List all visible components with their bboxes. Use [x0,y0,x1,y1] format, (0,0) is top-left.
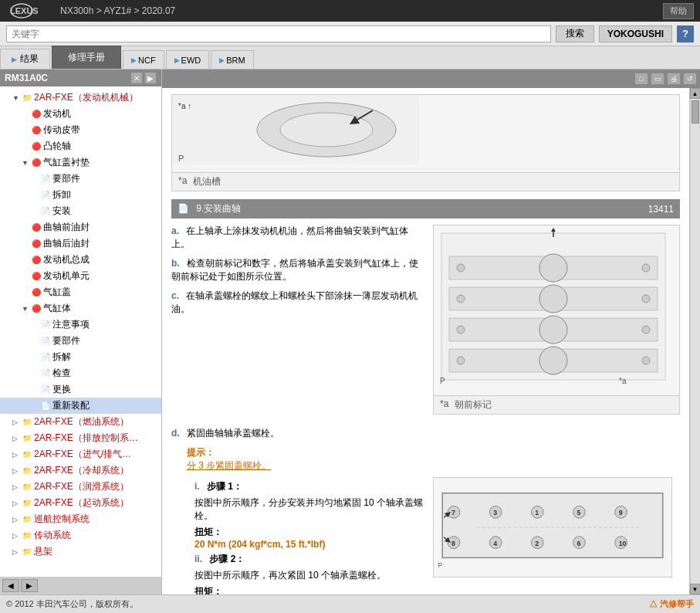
tree-item-engine-assembly[interactable]: 🔴 发动机总成 [0,252,161,268]
tree-item-2arfxe-engine[interactable]: ▼ 📁 2AR-FXE（发动机机械） [0,90,161,106]
scroll-thumb[interactable] [692,100,699,124]
step-ab-section: a. 在上轴承上涂抹发动机机油，然后将曲轴安装到气缸体上。 b. 检查朝前标记和… [171,225,680,421]
search-button[interactable]: 搜索 [556,25,594,42]
tree-item-replacement[interactable]: 📄 更换 [0,381,161,398]
scroll-up-arrow[interactable]: ▲ [690,88,701,99]
tree-item-lubrication[interactable]: ▷ 📁 2AR-FXE（润滑系统） [0,479,161,495]
right-panel: □ ▭ 🖨 ↺ P [162,69,700,594]
tab-bar: ▶ 结果 修理手册 ▶ NCF ▶ EWD ▶ BRM [0,46,700,69]
svg-text:1: 1 [535,509,539,516]
tree-item-label: 发动机总成 [43,253,90,266]
tree-item-reassembly[interactable]: 📄 重新装配 [0,398,161,414]
doc-icon: 📄 [41,191,50,199]
step-a: a. 在上轴承上涂抹发动机机油，然后将曲轴安装到气缸体上。 [171,225,425,251]
tab-brm[interactable]: ▶ BRM [211,50,253,69]
tab-ncf[interactable]: ▶ NCF [123,50,164,69]
substep-i-section: i. 步骤 1： 按图中所示顺序，分步安装并均匀地紧固 10 个轴承盖螺栓。 扭… [171,477,680,594]
folder-icon: 📁 [22,434,32,442]
panel-expand-button[interactable]: ▶ [144,72,157,84]
panel-close-button[interactable]: ✕ [130,72,143,84]
tree-item-belt[interactable]: 🔴 传动皮带 [0,122,161,138]
tree-item-notes[interactable]: 📄 注意事项 [0,317,161,333]
results-label: 结果 [20,52,39,66]
substep-ii-text: 按图中所示顺序，再次紧固 10 个轴承盖螺栓。 [194,569,425,582]
oil-groove-diagram: P *a ↑ [172,95,419,172]
tree-item-removal[interactable]: 📄 拆卸 [0,187,161,203]
tree-toggle: ▼ [22,159,29,167]
tree-item-installation[interactable]: 📄 安装 [0,203,161,219]
folder-icon: 📁 [22,547,32,556]
tab-ewd[interactable]: ▶ EWD [166,50,210,69]
tree-item-starter[interactable]: ▷ 📁 2AR-FXE（起动系统） [0,495,161,511]
nav-left-button[interactable]: ◀ [2,579,19,592]
tree-item-intake-exhaust[interactable]: ▷ 📁 2AR-FXE（进气/排气… [0,446,161,462]
left-panel: RM31A0C ✕ ▶ ▼ 📁 2AR-FXE（发动机机械） 🔴 发动机 🔴 [0,69,162,594]
folder-icon: 🔴 [32,126,41,134]
folder-icon: 🔴 [32,239,41,248]
tree-item-disassembly[interactable]: 📄 拆解 [0,349,161,365]
tree-item-components[interactable]: 📄 要部件 [0,171,161,187]
content-btn-2[interactable]: ▭ [651,73,664,85]
tab-results[interactable]: ▶ 结果 [0,49,50,69]
svg-text:P: P [178,154,184,163]
svg-text:*a: *a [619,377,627,385]
tree-item-label: 2AR-FXE（冷却系统） [34,464,129,477]
svg-point-17 [457,326,465,334]
substep-ii-label: ii. [194,554,202,564]
tree-item-label: 气缸体 [43,302,71,315]
oil-groove-image: P *a ↑ [171,94,680,191]
yokogushi-button[interactable]: YOKOGUSHI [599,25,672,42]
tree-item-label: 凸轮轴 [43,140,71,153]
tree-item-emission-control[interactable]: ▷ 📁 2AR-FXE（排放控制系… [0,430,161,446]
tree-item-head-gasket[interactable]: ▼ 🔴 气缸盖衬垫 [0,154,161,171]
content-refresh-btn[interactable]: ↺ [683,73,697,85]
image-label-a: *a [178,175,187,188]
tree-item-fuel-system[interactable]: ▷ 📁 2AR-FXE（燃油系统） [0,414,161,430]
tree-item-suspension[interactable]: ▷ 📁 悬架 [0,544,161,560]
tree-item-cylinder-block[interactable]: ▼ 🔴 气缸体 [0,300,161,317]
tree-item-cooling[interactable]: ▷ 📁 2AR-FXE（冷却系统） [0,462,161,479]
step-b: b. 检查朝前标记和数字，然后将轴承盖安装到气缸体上，使朝前标记处于如图所示位置… [171,257,425,283]
tab-repair-manual[interactable]: 修理手册 [52,46,121,69]
hint-title: 提示： [187,446,680,459]
footer-copyright: © 2012 丰田汽车公司，版权所有。 [6,598,138,610]
nav-right-button[interactable]: ▶ [21,579,38,592]
hint-link[interactable]: 分 3 步紧固盖螺栓。 [187,460,271,471]
search-input[interactable] [6,25,551,42]
svg-text:LEXUS: LEXUS [10,6,39,15]
folder-icon: 🔴 [32,158,41,167]
content-btn-1[interactable]: □ [634,73,648,85]
tree-item-cruise-control[interactable]: ▷ 📁 巡航控制系统 [0,511,161,527]
svg-point-16 [642,295,650,303]
footer-logo: △ 汽修帮手 [649,598,694,610]
tree-toggle: ▷ [12,500,20,507]
tree-item-inspection[interactable]: 📄 检查 [0,365,161,381]
help-button[interactable]: 帮助 [663,3,694,19]
torque-label-ii: 扭矩： [194,586,222,594]
tree-item-parts[interactable]: 📄 要部件 [0,333,161,349]
tree-item-cylinder-head[interactable]: 🔴 气缸盖 [0,284,161,300]
tree-item-label: 重新装配 [52,399,90,412]
tree-item-engine[interactable]: 🔴 发动机 [0,106,161,122]
tree-item-rear-seal[interactable]: 🔴 曲轴后油封 [0,235,161,252]
tree-item-camshaft[interactable]: 🔴 凸轮轴 [0,138,161,154]
section-icon: 📄 [178,203,189,214]
content-print-btn[interactable]: 🖨 [667,73,681,85]
folder-icon: 🔴 [32,142,41,151]
svg-text:9: 9 [619,509,623,516]
tree-item-label: 2AR-FXE（发动机机械） [34,91,138,104]
svg-point-15 [457,295,465,303]
help-icon-button[interactable]: ? [677,25,694,42]
folder-icon: 📁 [22,515,32,523]
tree-item-transmission[interactable]: ▷ 📁 传动系统 [0,527,161,544]
svg-point-19 [457,357,465,364]
folder-icon: 📁 [22,483,32,491]
image-label-row: *a 机油槽 [172,172,679,191]
doc-icon: 📄 [41,320,50,329]
tree-item-front-seal[interactable]: 🔴 曲轴前油封 [0,219,161,235]
crankshaft-diagram: P *a *a 朝前标记 [433,225,680,415]
tree-item-engine-unit[interactable]: 🔴 发动机单元 [0,268,161,284]
svg-marker-28 [551,228,556,232]
hint-box: 提示： 分 3 步紧固盖螺栓。 [187,446,680,472]
scroll-down-arrow[interactable]: ▼ [690,584,701,594]
